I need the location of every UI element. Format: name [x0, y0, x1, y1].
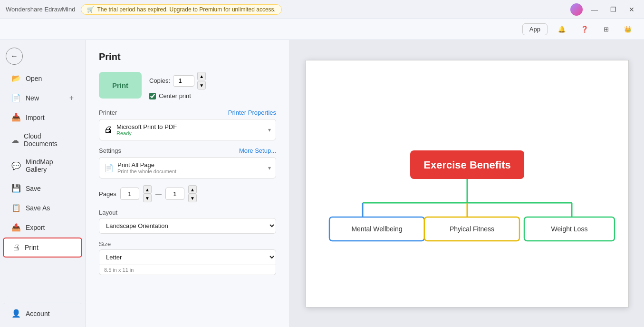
preview-area: Exercise Benefits Mental Wellbeing Phyic…	[290, 40, 644, 327]
printer-select[interactable]: 🖨 Microsoft Print to PDF Ready ▾	[99, 119, 276, 140]
saveas-icon: 📋	[11, 203, 21, 212]
export-icon: 📤	[11, 223, 21, 232]
user-avatar[interactable]	[570, 3, 583, 16]
grid-button[interactable]: ⊞	[599, 24, 614, 35]
printer-status: Ready	[116, 130, 264, 136]
app-button[interactable]: App	[522, 23, 548, 35]
document-icon: 📄	[104, 163, 114, 172]
minimize-button[interactable]: —	[587, 4, 602, 15]
printer-label: Printer	[99, 109, 117, 116]
sidebar-item-export[interactable]: 📤 Export	[3, 218, 82, 237]
notification-icon: 🔔	[558, 26, 566, 33]
printer-name: Microsoft Print to PDF	[116, 123, 264, 130]
sidebar-cloud-label: Cloud Documents	[24, 132, 74, 148]
printer-device-icon: 🖨	[104, 125, 113, 135]
layout-select[interactable]: Landscape Orientation Portrait Orientati…	[99, 218, 276, 234]
copies-row: Copies: ▲ ▼	[149, 72, 206, 89]
print-btn-area: Print Copies: ▲ ▼ Center print	[99, 72, 276, 99]
settings-label: Settings	[99, 147, 121, 154]
sidebar-save-label: Save	[26, 185, 41, 192]
pages-label: Pages	[99, 190, 116, 198]
pages-to-down[interactable]: ▼	[188, 194, 197, 202]
pages-row: Pages ▲ ▼ — ▲ ▼	[99, 185, 276, 202]
notification-button[interactable]: 🔔	[553, 24, 570, 35]
crown-icon: 👑	[624, 26, 632, 33]
copies-down-button[interactable]: ▼	[197, 81, 206, 89]
copies-up-button[interactable]: ▲	[197, 72, 206, 80]
size-dimensions: 8.5 in x 11 in	[99, 265, 276, 275]
print-button[interactable]: Print	[99, 72, 142, 99]
settings-section-header: Settings More Setup...	[99, 147, 276, 154]
new-icon: 📄	[11, 93, 21, 102]
cloud-icon: ☁	[11, 136, 19, 145]
sidebar-export-label: Export	[26, 224, 45, 231]
settings-select[interactable]: 📄 Print All Page Print the whole documen…	[99, 157, 276, 178]
print-panel: Print Print Copies: ▲ ▼ Center print	[86, 40, 290, 327]
print-icon: 🖨	[12, 243, 20, 252]
sidebar-item-account[interactable]: 👤 Account	[3, 303, 82, 323]
open-icon: 📂	[11, 74, 21, 83]
copies-area: Copies: ▲ ▼ Center print	[149, 72, 206, 99]
settings-chevron-icon: ▾	[268, 165, 271, 171]
printer-properties-button[interactable]: Printer Properties	[228, 109, 276, 116]
copies-input[interactable]	[173, 75, 194, 87]
account-icon: 👤	[11, 309, 21, 318]
close-button[interactable]: ✕	[625, 4, 638, 15]
back-button[interactable]: ←	[6, 48, 23, 65]
save-icon: 💾	[11, 184, 21, 193]
sidebar-item-gallery[interactable]: 💬 MindMap Gallery	[3, 153, 82, 178]
sidebar-print-label: Print	[25, 244, 38, 251]
grid-icon: ⊞	[604, 26, 609, 33]
restore-button[interactable]: ❐	[606, 4, 620, 15]
print-title: Print	[99, 51, 276, 62]
titlebar: Wondershare EdrawMind 🛒 The trial period…	[0, 0, 644, 19]
sidebar-item-save[interactable]: 💾 Save	[3, 179, 82, 198]
sidebar-account-label: Account	[26, 310, 50, 317]
mindmap-svg: Exercise Benefits Mental Wellbeing Phyic…	[315, 93, 619, 274]
sidebar-item-saveas[interactable]: 📋 Save As	[3, 198, 82, 217]
sidebar-gallery-label: MindMap Gallery	[26, 158, 74, 173]
root-label: Exercise Benefits	[423, 159, 510, 171]
more-setup-button[interactable]: More Setup...	[239, 147, 276, 154]
plus-icon: +	[69, 94, 74, 102]
child-label-1: Mental Wellbeing	[351, 225, 402, 233]
sidebar-item-new[interactable]: 📄 New +	[3, 89, 82, 107]
center-print-label: Center print	[159, 92, 191, 99]
copies-label: Copies:	[149, 77, 170, 84]
pages-dash: —	[155, 190, 162, 198]
settings-sub: Print the whole document	[117, 168, 264, 174]
sidebar: ← 📂 Open 📄 New + 📥 Import ☁ Cloud Docume…	[0, 40, 86, 327]
sidebar-item-import[interactable]: 📥 Import	[3, 108, 82, 127]
child-label-3: Weight Loss	[551, 225, 587, 233]
pages-from-input[interactable]	[120, 188, 139, 200]
size-select[interactable]: Letter A4 A3 Legal	[99, 249, 276, 265]
center-print-checkbox[interactable]	[149, 93, 156, 99]
settings-main: Print All Page	[117, 161, 264, 168]
settings-info: Print All Page Print the whole document	[117, 161, 264, 174]
size-row: Size Letter A4 A3 Legal 8.5 in x 11 in	[99, 240, 276, 275]
titlebar-right: — ❐ ✕	[570, 3, 638, 16]
help-button[interactable]: ❓	[576, 24, 593, 35]
main-layout: ← 📂 Open 📄 New + 📥 Import ☁ Cloud Docume…	[0, 40, 644, 327]
trial-text: The trial period has expired. Upgrade to…	[97, 6, 276, 13]
pages-to-up[interactable]: ▲	[188, 185, 197, 194]
size-label: Size	[99, 240, 276, 248]
trial-banner[interactable]: 🛒 The trial period has expired. Upgrade …	[81, 4, 282, 15]
titlebar-center: Wondershare EdrawMind 🛒 The trial period…	[6, 4, 282, 15]
sidebar-item-cloud[interactable]: ☁ Cloud Documents	[3, 128, 82, 152]
center-print-row: Center print	[149, 92, 206, 99]
preview-page: Exercise Benefits Mental Wellbeing Phyic…	[306, 60, 629, 307]
printer-info: Microsoft Print to PDF Ready	[116, 123, 264, 136]
printer-section-header: Printer Printer Properties	[99, 109, 276, 116]
pages-to-input[interactable]	[165, 188, 184, 200]
sidebar-item-print[interactable]: 🖨 Print	[3, 238, 82, 258]
import-icon: 📥	[11, 113, 21, 122]
sidebar-open-label: Open	[26, 75, 42, 82]
pages-from-up[interactable]: ▲	[143, 185, 152, 194]
sidebar-saveas-label: Save As	[26, 204, 50, 212]
sidebar-item-open[interactable]: 📂 Open	[3, 69, 82, 88]
pages-from-down[interactable]: ▼	[143, 194, 152, 202]
layout-label: Layout	[99, 209, 276, 216]
crown-button[interactable]: 👑	[619, 24, 636, 35]
child-label-2: Phyical Fitness	[449, 225, 494, 233]
